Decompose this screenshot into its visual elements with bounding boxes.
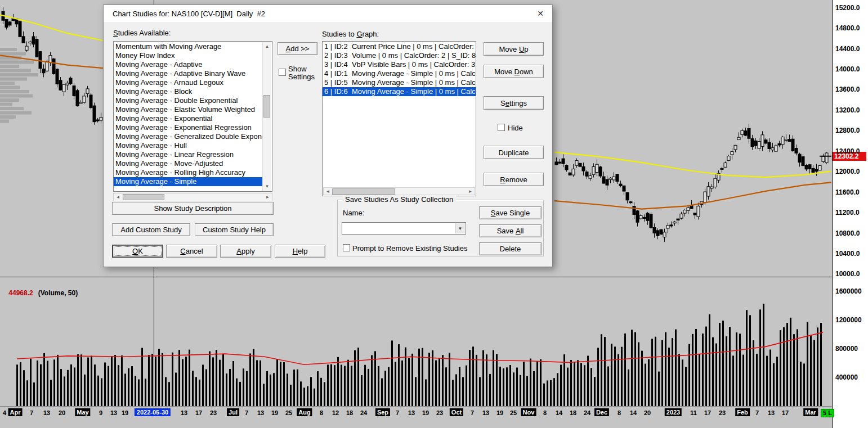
price-scale[interactable]: 12302.2 15200.014800.014400.014000.01360… <box>832 0 868 428</box>
list-item[interactable]: Moving Average - Exponential Regression <box>114 123 263 132</box>
list-item[interactable]: Moving Average - Exponential <box>114 114 263 123</box>
cancel-button[interactable]: Cancel <box>166 245 217 258</box>
list-item[interactable]: 4 | ID:1 Moving Average - Simple | 0 ms … <box>323 69 476 78</box>
day-label: 8 <box>618 409 621 416</box>
price-tick-label: 10800.0 <box>835 229 860 237</box>
chart-studies-dialog: Chart Studies for: NAS100 [CV-D][M] Dail… <box>103 4 553 267</box>
day-label: 19 <box>271 409 278 416</box>
collection-name-combobox[interactable]: ▼ <box>342 222 466 235</box>
add-study-button[interactable]: Add >> <box>278 42 317 55</box>
day-label: 18 <box>346 409 353 416</box>
delete-button[interactable]: Delete <box>479 242 542 255</box>
trading-app-screen: 44968.2(Volume, 50) 12302.2 15200.014800… <box>0 0 868 428</box>
name-label: Name: <box>343 209 364 217</box>
month-label: Aug <box>297 408 312 416</box>
day-label: 13 <box>110 409 117 416</box>
studies-to-graph-label: Studies to Graph: <box>322 30 379 38</box>
list-item[interactable]: Moving Average - Rolling High Accuracy <box>114 168 263 177</box>
list-item[interactable]: Moving Average - Generalized Double Expo… <box>114 132 263 141</box>
list-item[interactable]: Moving Average - Adaptive Binary Wave <box>114 69 263 78</box>
list-item[interactable]: Money Flow Index <box>114 51 263 60</box>
month-label: May <box>75 408 90 416</box>
day-label: 7 <box>396 409 399 416</box>
price-tick-label: 15200.0 <box>835 4 860 12</box>
day-label: 14 <box>556 409 562 416</box>
day-label: 9 <box>99 409 102 416</box>
duplicate-button[interactable]: Duplicate <box>484 146 544 159</box>
month-label: 2023 <box>665 408 682 416</box>
list-item[interactable]: Moving Average - Elastic Volume Weighted <box>114 105 263 114</box>
month-label: Sep <box>375 408 390 416</box>
day-label: 17 <box>195 409 202 416</box>
show-settings-checkbox[interactable] <box>279 69 286 76</box>
day-label: 23 <box>436 409 443 416</box>
date-axis[interactable]: 5 L 4Apr71320May913192022-05-30131723Jul… <box>0 407 832 428</box>
scroll-right-icon[interactable]: ► <box>466 188 475 195</box>
list-item[interactable]: Momentum with Moving Average <box>114 42 263 51</box>
dialog-titlebar[interactable]: Chart Studies for: NAS100 [CV-D][M] Dail… <box>104 5 552 22</box>
scrollbar-thumb[interactable] <box>332 188 395 195</box>
prompt-remove-checkbox[interactable] <box>343 244 350 251</box>
list-item[interactable]: 1 | ID:2 Current Price Line | 0 ms | Cal… <box>323 42 476 51</box>
price-tick-label: 13200.0 <box>835 106 860 114</box>
studies-to-graph-list[interactable]: ◄ ► 1 | ID:2 Current Price Line | 0 ms |… <box>322 41 476 196</box>
list-item[interactable]: 6 | ID:6 Moving Average - Simple | 0 ms … <box>323 87 476 96</box>
save-single-button[interactable]: Save Single <box>479 206 542 219</box>
move-up-button[interactable]: Move Up <box>484 42 544 56</box>
month-label: Oct <box>450 408 463 416</box>
list-item[interactable]: Moving Average - Move-Adjusted <box>114 159 263 168</box>
price-tick-label: 12400.0 <box>835 147 860 155</box>
move-down-button[interactable]: Move Down <box>484 65 544 78</box>
close-icon[interactable]: ✕ <box>534 9 547 18</box>
horizontal-scrollbar[interactable]: ◄ ► <box>113 193 272 201</box>
apply-button[interactable]: Apply <box>220 245 271 258</box>
month-label: Nov <box>521 408 536 416</box>
settings-button[interactable]: Settings <box>484 96 544 110</box>
day-label: 23 <box>719 409 726 416</box>
scrollbar-thumb[interactable] <box>123 194 164 200</box>
show-study-description-button[interactable]: Show Study Description <box>112 202 274 215</box>
list-item[interactable]: Moving Average - Linear Regression <box>114 150 263 159</box>
list-item[interactable]: Moving Average - Adaptive <box>114 60 263 69</box>
save-all-button[interactable]: Save All <box>479 224 542 237</box>
ok-button[interactable]: OK <box>112 245 163 258</box>
combo-dropdown-icon[interactable]: ▼ <box>455 223 465 233</box>
scroll-right-icon[interactable]: ► <box>263 193 272 201</box>
day-label: 8 <box>320 409 323 416</box>
studies-available-list[interactable]: ▲ ▼ Momentum with Moving AverageMoney Fl… <box>113 41 272 192</box>
day-label: 13 <box>181 409 187 416</box>
scroll-down-icon[interactable]: ▼ <box>263 182 271 191</box>
volume-value: 44968.2 <box>8 289 33 297</box>
price-tick-label: 10400.0 <box>835 250 860 258</box>
dialog-title: Chart Studies for: NAS100 [CV-D][M] Dail… <box>113 10 265 18</box>
month-label: Apr <box>8 408 23 416</box>
help-button[interactable]: Help <box>275 245 325 258</box>
list-item[interactable]: Moving Average - Block <box>114 87 263 96</box>
prompt-remove-label: Prompt to Remove Existing Studies <box>352 244 467 253</box>
list-item[interactable]: 5 | ID:5 Moving Average - Simple | 0 ms … <box>323 78 476 87</box>
day-label: 7 <box>471 409 474 416</box>
scroll-left-icon[interactable]: ◄ <box>114 193 122 201</box>
day-label: 11 <box>690 409 697 416</box>
list-item[interactable]: Moving Average - Double Exponential <box>114 96 263 105</box>
hide-label: Hide <box>508 124 523 132</box>
day-label: 20 <box>59 409 65 416</box>
price-tick-label: 12000.0 <box>835 168 860 175</box>
scroll-left-icon[interactable]: ◄ <box>324 188 332 195</box>
hide-checkbox[interactable] <box>498 124 505 131</box>
day-label: 13 <box>408 409 415 416</box>
add-custom-study-button[interactable]: Add Custom Study <box>112 223 190 236</box>
list-item[interactable]: Moving Average - Arnaud Legoux <box>114 78 263 87</box>
list-item[interactable]: 3 | ID:4 VbP Visible Bars | 0 ms | CalcO… <box>323 60 476 69</box>
custom-study-help-button[interactable]: Custom Study Help <box>195 223 274 236</box>
remove-button[interactable]: Remove <box>484 173 544 186</box>
scrollbar-thumb[interactable] <box>263 95 270 118</box>
vertical-scrollbar[interactable]: ▲ ▼ <box>262 42 271 191</box>
list-item[interactable]: Moving Average - Hull <box>114 141 263 150</box>
list-item[interactable]: 2 | ID:3 Volume | 0 ms | CalcOrder: 2 | … <box>323 51 476 60</box>
list-item[interactable]: Moving Average - Simple <box>114 177 263 186</box>
horizontal-scrollbar[interactable]: ◄ ► <box>323 187 475 195</box>
scroll-up-icon[interactable]: ▲ <box>263 42 271 51</box>
day-label: 24 <box>360 409 367 416</box>
day-label: 25 <box>285 409 292 416</box>
